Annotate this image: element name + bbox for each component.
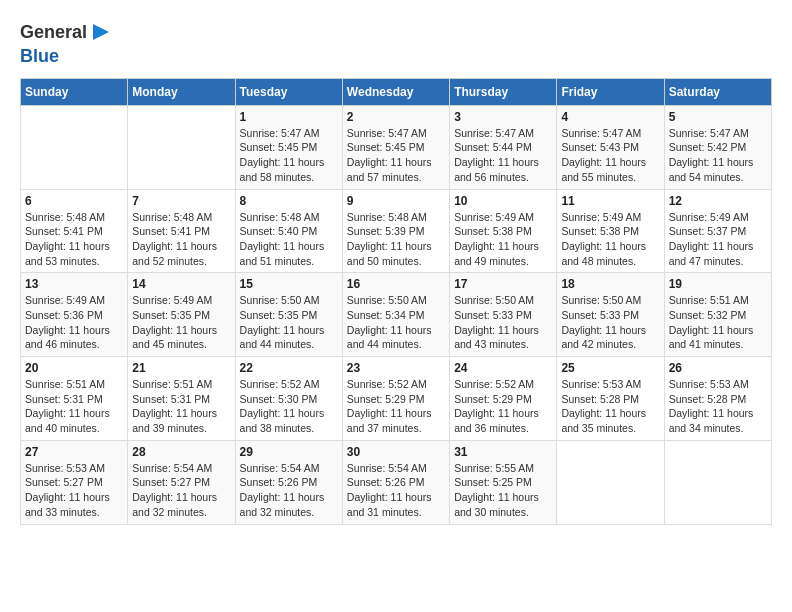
calendar-cell: 25Sunrise: 5:53 AMSunset: 5:28 PMDayligh… bbox=[557, 357, 664, 441]
header-tuesday: Tuesday bbox=[235, 78, 342, 105]
calendar-cell: 28Sunrise: 5:54 AMSunset: 5:27 PMDayligh… bbox=[128, 440, 235, 524]
day-info: Sunrise: 5:49 AMSunset: 5:38 PMDaylight:… bbox=[454, 210, 552, 269]
calendar-cell: 19Sunrise: 5:51 AMSunset: 5:32 PMDayligh… bbox=[664, 273, 771, 357]
day-number: 11 bbox=[561, 194, 659, 208]
day-number: 1 bbox=[240, 110, 338, 124]
day-info: Sunrise: 5:49 AMSunset: 5:35 PMDaylight:… bbox=[132, 293, 230, 352]
calendar-cell bbox=[664, 440, 771, 524]
day-info: Sunrise: 5:52 AMSunset: 5:30 PMDaylight:… bbox=[240, 377, 338, 436]
calendar-week-row: 6Sunrise: 5:48 AMSunset: 5:41 PMDaylight… bbox=[21, 189, 772, 273]
header-saturday: Saturday bbox=[664, 78, 771, 105]
day-info: Sunrise: 5:53 AMSunset: 5:27 PMDaylight:… bbox=[25, 461, 123, 520]
day-number: 21 bbox=[132, 361, 230, 375]
calendar-cell: 7Sunrise: 5:48 AMSunset: 5:41 PMDaylight… bbox=[128, 189, 235, 273]
calendar-cell: 16Sunrise: 5:50 AMSunset: 5:34 PMDayligh… bbox=[342, 273, 449, 357]
day-number: 2 bbox=[347, 110, 445, 124]
header-sunday: Sunday bbox=[21, 78, 128, 105]
day-number: 30 bbox=[347, 445, 445, 459]
day-info: Sunrise: 5:48 AMSunset: 5:39 PMDaylight:… bbox=[347, 210, 445, 269]
day-info: Sunrise: 5:53 AMSunset: 5:28 PMDaylight:… bbox=[561, 377, 659, 436]
calendar-week-row: 27Sunrise: 5:53 AMSunset: 5:27 PMDayligh… bbox=[21, 440, 772, 524]
day-number: 3 bbox=[454, 110, 552, 124]
day-number: 12 bbox=[669, 194, 767, 208]
calendar-cell: 20Sunrise: 5:51 AMSunset: 5:31 PMDayligh… bbox=[21, 357, 128, 441]
page-header: General Blue bbox=[20, 20, 772, 68]
day-number: 23 bbox=[347, 361, 445, 375]
day-number: 14 bbox=[132, 277, 230, 291]
day-number: 27 bbox=[25, 445, 123, 459]
calendar-cell: 21Sunrise: 5:51 AMSunset: 5:31 PMDayligh… bbox=[128, 357, 235, 441]
day-number: 19 bbox=[669, 277, 767, 291]
calendar-cell: 23Sunrise: 5:52 AMSunset: 5:29 PMDayligh… bbox=[342, 357, 449, 441]
day-number: 17 bbox=[454, 277, 552, 291]
calendar-week-row: 1Sunrise: 5:47 AMSunset: 5:45 PMDaylight… bbox=[21, 105, 772, 189]
day-number: 25 bbox=[561, 361, 659, 375]
calendar-cell: 11Sunrise: 5:49 AMSunset: 5:38 PMDayligh… bbox=[557, 189, 664, 273]
calendar-cell: 14Sunrise: 5:49 AMSunset: 5:35 PMDayligh… bbox=[128, 273, 235, 357]
calendar-cell: 3Sunrise: 5:47 AMSunset: 5:44 PMDaylight… bbox=[450, 105, 557, 189]
calendar-cell: 29Sunrise: 5:54 AMSunset: 5:26 PMDayligh… bbox=[235, 440, 342, 524]
calendar-header-row: SundayMondayTuesdayWednesdayThursdayFrid… bbox=[21, 78, 772, 105]
day-number: 22 bbox=[240, 361, 338, 375]
day-info: Sunrise: 5:50 AMSunset: 5:35 PMDaylight:… bbox=[240, 293, 338, 352]
day-info: Sunrise: 5:47 AMSunset: 5:45 PMDaylight:… bbox=[347, 126, 445, 185]
calendar-cell: 24Sunrise: 5:52 AMSunset: 5:29 PMDayligh… bbox=[450, 357, 557, 441]
logo-text: General bbox=[20, 22, 87, 44]
day-info: Sunrise: 5:54 AMSunset: 5:27 PMDaylight:… bbox=[132, 461, 230, 520]
calendar-week-row: 13Sunrise: 5:49 AMSunset: 5:36 PMDayligh… bbox=[21, 273, 772, 357]
header-thursday: Thursday bbox=[450, 78, 557, 105]
calendar-table: SundayMondayTuesdayWednesdayThursdayFrid… bbox=[20, 78, 772, 525]
calendar-cell: 31Sunrise: 5:55 AMSunset: 5:25 PMDayligh… bbox=[450, 440, 557, 524]
calendar-cell: 9Sunrise: 5:48 AMSunset: 5:39 PMDaylight… bbox=[342, 189, 449, 273]
header-wednesday: Wednesday bbox=[342, 78, 449, 105]
calendar-cell bbox=[128, 105, 235, 189]
day-number: 9 bbox=[347, 194, 445, 208]
day-number: 20 bbox=[25, 361, 123, 375]
calendar-cell: 12Sunrise: 5:49 AMSunset: 5:37 PMDayligh… bbox=[664, 189, 771, 273]
day-info: Sunrise: 5:51 AMSunset: 5:31 PMDaylight:… bbox=[25, 377, 123, 436]
day-number: 13 bbox=[25, 277, 123, 291]
calendar-week-row: 20Sunrise: 5:51 AMSunset: 5:31 PMDayligh… bbox=[21, 357, 772, 441]
day-info: Sunrise: 5:47 AMSunset: 5:44 PMDaylight:… bbox=[454, 126, 552, 185]
calendar-cell: 10Sunrise: 5:49 AMSunset: 5:38 PMDayligh… bbox=[450, 189, 557, 273]
day-info: Sunrise: 5:48 AMSunset: 5:41 PMDaylight:… bbox=[132, 210, 230, 269]
day-info: Sunrise: 5:50 AMSunset: 5:34 PMDaylight:… bbox=[347, 293, 445, 352]
svg-marker-0 bbox=[93, 24, 109, 40]
logo: General Blue bbox=[20, 20, 111, 68]
day-number: 31 bbox=[454, 445, 552, 459]
calendar-cell: 2Sunrise: 5:47 AMSunset: 5:45 PMDaylight… bbox=[342, 105, 449, 189]
day-info: Sunrise: 5:48 AMSunset: 5:40 PMDaylight:… bbox=[240, 210, 338, 269]
day-number: 15 bbox=[240, 277, 338, 291]
calendar-cell: 1Sunrise: 5:47 AMSunset: 5:45 PMDaylight… bbox=[235, 105, 342, 189]
day-info: Sunrise: 5:53 AMSunset: 5:28 PMDaylight:… bbox=[669, 377, 767, 436]
calendar-cell: 18Sunrise: 5:50 AMSunset: 5:33 PMDayligh… bbox=[557, 273, 664, 357]
day-info: Sunrise: 5:47 AMSunset: 5:43 PMDaylight:… bbox=[561, 126, 659, 185]
day-info: Sunrise: 5:51 AMSunset: 5:32 PMDaylight:… bbox=[669, 293, 767, 352]
day-info: Sunrise: 5:52 AMSunset: 5:29 PMDaylight:… bbox=[454, 377, 552, 436]
day-info: Sunrise: 5:49 AMSunset: 5:38 PMDaylight:… bbox=[561, 210, 659, 269]
day-info: Sunrise: 5:49 AMSunset: 5:36 PMDaylight:… bbox=[25, 293, 123, 352]
calendar-cell: 13Sunrise: 5:49 AMSunset: 5:36 PMDayligh… bbox=[21, 273, 128, 357]
day-info: Sunrise: 5:48 AMSunset: 5:41 PMDaylight:… bbox=[25, 210, 123, 269]
logo-arrow-icon bbox=[91, 22, 111, 42]
day-number: 10 bbox=[454, 194, 552, 208]
day-number: 8 bbox=[240, 194, 338, 208]
day-info: Sunrise: 5:50 AMSunset: 5:33 PMDaylight:… bbox=[454, 293, 552, 352]
day-info: Sunrise: 5:55 AMSunset: 5:25 PMDaylight:… bbox=[454, 461, 552, 520]
header-friday: Friday bbox=[557, 78, 664, 105]
day-info: Sunrise: 5:54 AMSunset: 5:26 PMDaylight:… bbox=[240, 461, 338, 520]
day-number: 7 bbox=[132, 194, 230, 208]
calendar-cell bbox=[21, 105, 128, 189]
day-number: 29 bbox=[240, 445, 338, 459]
calendar-cell: 27Sunrise: 5:53 AMSunset: 5:27 PMDayligh… bbox=[21, 440, 128, 524]
calendar-cell: 17Sunrise: 5:50 AMSunset: 5:33 PMDayligh… bbox=[450, 273, 557, 357]
calendar-cell: 6Sunrise: 5:48 AMSunset: 5:41 PMDaylight… bbox=[21, 189, 128, 273]
day-info: Sunrise: 5:51 AMSunset: 5:31 PMDaylight:… bbox=[132, 377, 230, 436]
logo-blue: Blue bbox=[20, 46, 111, 68]
day-number: 6 bbox=[25, 194, 123, 208]
day-info: Sunrise: 5:50 AMSunset: 5:33 PMDaylight:… bbox=[561, 293, 659, 352]
calendar-cell: 26Sunrise: 5:53 AMSunset: 5:28 PMDayligh… bbox=[664, 357, 771, 441]
day-number: 26 bbox=[669, 361, 767, 375]
calendar-cell: 4Sunrise: 5:47 AMSunset: 5:43 PMDaylight… bbox=[557, 105, 664, 189]
calendar-cell: 30Sunrise: 5:54 AMSunset: 5:26 PMDayligh… bbox=[342, 440, 449, 524]
